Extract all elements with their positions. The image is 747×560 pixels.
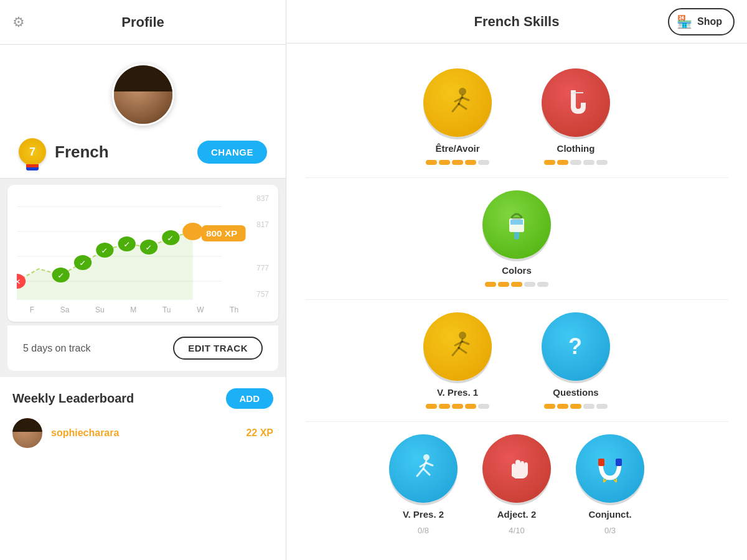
skill-circle-etre bbox=[423, 68, 492, 137]
svg-line-44 bbox=[426, 463, 433, 465]
skill-circle-questions: ? bbox=[542, 312, 610, 381]
change-language-button[interactable]: CHANGE bbox=[197, 141, 267, 164]
skill-progress-clothing bbox=[544, 160, 608, 165]
skill-vpres1[interactable]: V. Pres. 1 bbox=[423, 312, 492, 409]
skill-circle-colors bbox=[482, 190, 551, 259]
svg-rect-46 bbox=[616, 459, 622, 466]
skill-circle-adject2 bbox=[482, 434, 551, 503]
skill-name-vpres1: V. Pres. 1 bbox=[437, 387, 478, 398]
skill-name-colors: Colors bbox=[502, 265, 532, 276]
edit-track-button[interactable]: EDIT TRACK bbox=[173, 337, 263, 360]
svg-line-24 bbox=[453, 104, 459, 111]
chart-area: ✕ ✓ ✓ ✓ ✓ ✓ ✓ 800 XP bbox=[17, 194, 269, 319]
leaderboard-item: sophiecharara 22 XP bbox=[12, 418, 273, 448]
svg-line-27 bbox=[463, 98, 469, 100]
svg-text:800 XP: 800 XP bbox=[206, 229, 237, 238]
skills-content: Être/Avoir Clothing bbox=[286, 44, 747, 560]
svg-text:✓: ✓ bbox=[167, 234, 174, 243]
chart-graph: ✕ ✓ ✓ ✓ ✓ ✓ ✓ 800 XP bbox=[17, 194, 251, 319]
svg-rect-31 bbox=[512, 217, 522, 220]
skill-conjunct[interactable]: Conjunct. 0/3 bbox=[576, 434, 644, 535]
skill-progress-vpres1 bbox=[426, 404, 489, 409]
skill-row-3: V. Pres. 1 ? Questions bbox=[305, 300, 728, 422]
svg-line-41 bbox=[417, 469, 423, 476]
track-text: 5 days on track bbox=[23, 343, 91, 354]
leaderboard-xp: 22 XP bbox=[246, 427, 273, 439]
language-name: French bbox=[55, 142, 109, 162]
profile-section: 7 French CHANGE bbox=[0, 45, 286, 179]
svg-rect-30 bbox=[510, 220, 523, 225]
svg-text:?: ? bbox=[568, 334, 582, 359]
skill-name-conjunct: Conjunct. bbox=[588, 509, 631, 520]
chart-svg: ✕ ✓ ✓ ✓ ✓ ✓ ✓ 800 XP bbox=[17, 194, 251, 300]
leaderboard-avatar bbox=[12, 418, 42, 448]
gear-icon[interactable]: ⚙ bbox=[12, 14, 25, 30]
svg-line-42 bbox=[423, 469, 430, 475]
skill-progress-questions bbox=[544, 404, 608, 409]
svg-text:✕: ✕ bbox=[17, 278, 21, 286]
skill-circle-vpres2 bbox=[389, 434, 458, 503]
skill-name-clothing: Clothing bbox=[557, 143, 595, 154]
svg-point-19 bbox=[182, 223, 203, 240]
medal-badge: 7 bbox=[19, 138, 46, 166]
skill-etre-avoir[interactable]: Être/Avoir bbox=[423, 68, 492, 165]
skill-name-vpres2: V. Pres. 2 bbox=[403, 509, 444, 520]
skill-adject2[interactable]: Adject. 2 4/10 bbox=[482, 434, 551, 535]
svg-line-37 bbox=[463, 342, 469, 344]
skill-progress-colors bbox=[485, 282, 548, 287]
svg-text:✓: ✓ bbox=[79, 259, 87, 268]
left-panel: ⚙ Profile 7 French CHANGE bbox=[0, 0, 286, 560]
skill-row-4: V. Pres. 2 0/8 Adject. 2 4/10 bbox=[305, 422, 728, 548]
svg-text:✓: ✓ bbox=[145, 243, 153, 252]
shop-button[interactable]: 🏪 Shop bbox=[668, 8, 735, 35]
svg-text:✓: ✓ bbox=[123, 240, 131, 249]
chart-section: ✕ ✓ ✓ ✓ ✓ ✓ ✓ 800 XP bbox=[7, 185, 278, 322]
svg-rect-45 bbox=[598, 459, 604, 466]
language-left: 7 French bbox=[19, 138, 109, 166]
right-panel: French Skills 🏪 Shop bbox=[286, 0, 747, 560]
chart-y-labels: 837 817 777 757 bbox=[256, 194, 269, 300]
shop-icon: 🏪 bbox=[677, 14, 692, 29]
skill-clothing[interactable]: Clothing bbox=[542, 68, 610, 165]
svg-line-35 bbox=[459, 348, 466, 353]
svg-line-25 bbox=[459, 104, 466, 109]
skill-name-etre: Être/Avoir bbox=[435, 143, 479, 154]
french-skills-title: French Skills bbox=[474, 14, 560, 30]
skill-sub-adject2: 4/10 bbox=[509, 526, 524, 535]
skill-progress-etre bbox=[426, 160, 489, 165]
skill-sub-conjunct: 0/3 bbox=[604, 526, 616, 535]
svg-line-34 bbox=[453, 348, 459, 355]
skill-sub-vpres2: 0/8 bbox=[418, 526, 429, 535]
track-section: 5 days on track EDIT TRACK bbox=[7, 325, 278, 371]
skill-row-2: Colors bbox=[305, 178, 728, 300]
skill-name-adject2: Adject. 2 bbox=[497, 509, 537, 520]
skill-circle-conjunct bbox=[576, 434, 644, 503]
skill-questions[interactable]: ? Questions bbox=[542, 312, 610, 409]
right-header: French Skills 🏪 Shop bbox=[286, 0, 747, 44]
leaderboard-username: sophiecharara bbox=[51, 427, 237, 439]
leaderboard-header: Weekly Leaderboard ADD bbox=[12, 388, 273, 409]
avatar[interactable] bbox=[112, 63, 174, 126]
language-row: 7 French CHANGE bbox=[12, 138, 273, 166]
skill-circle-clothing bbox=[542, 68, 610, 137]
svg-point-22 bbox=[459, 88, 466, 95]
leaderboard-section: Weekly Leaderboard ADD sophiecharara 22 … bbox=[0, 377, 286, 560]
skill-circle-vpres1 bbox=[423, 312, 492, 381]
skill-row-1: Être/Avoir Clothing bbox=[305, 56, 728, 178]
leaderboard-title: Weekly Leaderboard bbox=[12, 391, 134, 406]
profile-title: Profile bbox=[121, 14, 164, 30]
chart-x-labels: F Sa Su M Tu W Th bbox=[17, 302, 251, 314]
add-leaderboard-button[interactable]: ADD bbox=[226, 388, 274, 409]
svg-text:✓: ✓ bbox=[57, 271, 65, 280]
skill-name-questions: Questions bbox=[553, 387, 598, 398]
skill-vpres2[interactable]: V. Pres. 2 0/8 bbox=[389, 434, 458, 535]
skill-colors[interactable]: Colors bbox=[482, 190, 551, 287]
svg-text:✓: ✓ bbox=[101, 246, 108, 255]
svg-point-32 bbox=[459, 332, 466, 339]
left-header: ⚙ Profile bbox=[0, 0, 286, 45]
